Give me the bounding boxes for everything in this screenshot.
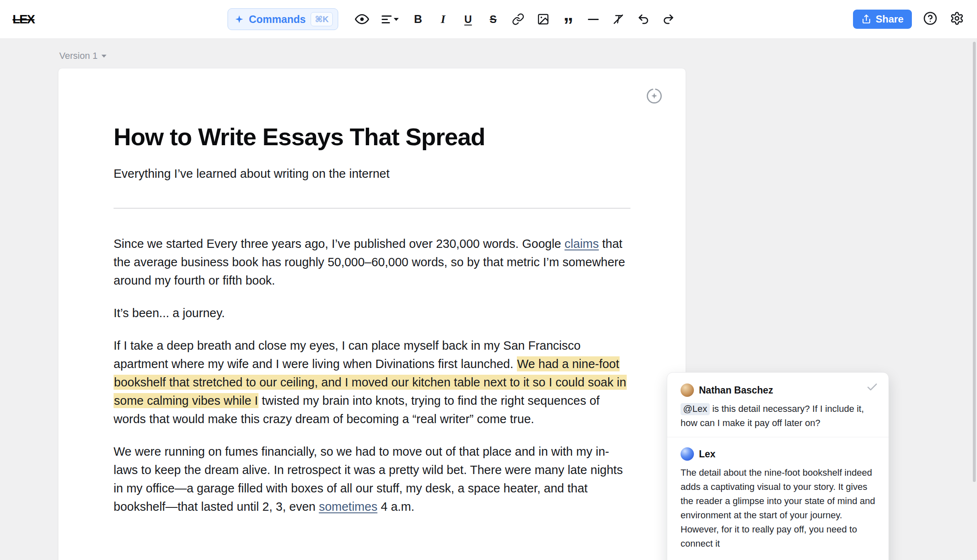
clear-formatting-button[interactable]: [611, 11, 625, 28]
strikethrough-icon: S: [490, 13, 497, 25]
link-button[interactable]: [511, 11, 525, 28]
commands-button[interactable]: Commands ⌘K: [228, 8, 338, 30]
version-label: Version 1: [59, 50, 98, 61]
underline-icon: U: [464, 13, 472, 25]
comment-text: The detail about the nine-foot bookshelf…: [681, 466, 876, 551]
share-button[interactable]: Share: [853, 10, 912, 29]
bold-icon: B: [414, 13, 422, 26]
italic-icon: I: [441, 13, 445, 26]
undo-icon: [637, 13, 650, 25]
paragraph: If I take a deep breath and close my eye…: [114, 336, 630, 428]
formatting-toolbar: B I U S ”: [355, 11, 676, 28]
align-left-icon: [382, 15, 392, 23]
question-icon: [923, 11, 937, 27]
underline-button[interactable]: U: [461, 11, 475, 28]
strikethrough-button[interactable]: S: [486, 11, 500, 28]
bold-button[interactable]: B: [411, 11, 425, 28]
horizontal-rule-icon: [588, 19, 599, 20]
chevron-down-icon: [394, 18, 399, 21]
preview-button[interactable]: [355, 11, 369, 28]
toolbar-center-group: Commands ⌘K B I U: [228, 0, 676, 38]
text-segment: 4 a.m.: [377, 500, 415, 513]
paragraph: Since we started Every three years ago, …: [114, 235, 630, 290]
gear-icon: [950, 11, 964, 27]
italic-button[interactable]: I: [436, 11, 450, 28]
text-segment: If I take a deep breath and close my eye…: [114, 339, 581, 371]
comment-author: Nathan Baschez: [699, 385, 773, 396]
top-toolbar: LEX Commands ⌘K B: [0, 0, 977, 39]
comment-item: Nathan Baschez @Lex is this detail neces…: [667, 373, 888, 437]
help-button[interactable]: [922, 11, 939, 28]
avatar: [681, 383, 694, 397]
comment-author: Lex: [699, 449, 716, 460]
mention-chip[interactable]: @Lex: [681, 403, 710, 415]
comment-item: Lex The detail about the nine-foot books…: [667, 437, 888, 557]
link-claims[interactable]: claims: [564, 237, 599, 250]
comment-header: Nathan Baschez: [681, 383, 876, 397]
link-sometimes[interactable]: sometimes: [319, 500, 377, 513]
toolbar-right-group: Share: [853, 0, 965, 38]
image-icon: [537, 13, 549, 25]
eye-icon: [355, 12, 369, 26]
paragraph: It’s been... a journey.: [114, 304, 630, 322]
page-subtitle: Everything I’ve learned about writing on…: [114, 165, 630, 182]
image-button[interactable]: [536, 11, 550, 28]
blockquote-button[interactable]: ”: [561, 11, 575, 28]
clear-formatting-icon: [612, 13, 625, 25]
text-segment: Since we started Every three years ago, …: [114, 237, 564, 250]
ai-sparkle-button[interactable]: [645, 87, 663, 105]
resolve-check-button[interactable]: [866, 381, 878, 395]
commands-shortcut-badge: ⌘K: [311, 12, 333, 26]
comment-text: @Lex is this detail necessary? If I incl…: [681, 402, 876, 430]
document[interactable]: How to Write Essays That Spread Everythi…: [58, 68, 686, 560]
redo-button[interactable]: [661, 11, 676, 28]
divider: [114, 208, 630, 209]
redo-icon: [662, 13, 675, 25]
document-body[interactable]: Since we started Every three years ago, …: [114, 235, 630, 516]
link-icon: [512, 13, 524, 25]
text-align-button[interactable]: [380, 11, 400, 28]
lex-avatar: [681, 447, 694, 461]
commands-label: Commands: [249, 13, 306, 25]
sparkle-icon: [235, 15, 244, 24]
page-title: How to Write Essays That Spread: [114, 123, 630, 151]
version-selector[interactable]: Version 1: [59, 50, 106, 61]
document-content: How to Write Essays That Spread Everythi…: [58, 123, 686, 516]
chevron-down-icon: [101, 55, 106, 58]
share-label: Share: [876, 13, 904, 25]
comment-header: Lex: [681, 447, 876, 461]
lex-logo[interactable]: LEX: [13, 12, 34, 26]
settings-button[interactable]: [949, 11, 965, 28]
vertical-scrollbar[interactable]: [973, 42, 976, 482]
editor-canvas: Version 1 How to Write Essays That Sprea…: [0, 39, 977, 560]
horizontal-rule-button[interactable]: [586, 11, 600, 28]
undo-button[interactable]: [636, 11, 650, 28]
share-icon: [861, 14, 871, 24]
comment-thread: Nathan Baschez @Lex is this detail neces…: [667, 372, 889, 560]
paragraph: We were running on fumes financially, so…: [114, 442, 630, 516]
